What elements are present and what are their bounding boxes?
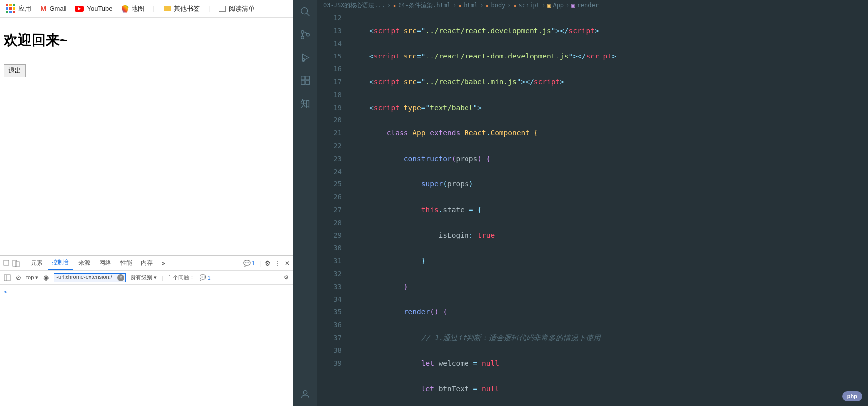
devtools-tabbar: 元素 控制台 来源 网络 性能 内存 » 💬 1 | ⚙ ⋮ ✕ — [0, 256, 293, 271]
run-debug-icon[interactable] — [299, 52, 311, 63]
maps-label: 地图 — [132, 4, 144, 13]
svg-rect-1 — [13, 260, 17, 266]
context-selector[interactable]: top ▾ — [26, 274, 38, 281]
other-label: 其他书签 — [174, 4, 200, 13]
bc-html: ⬥ html — [458, 2, 478, 9]
code-editor[interactable]: 1213141516171819202122232425262728293031… — [317, 11, 868, 406]
gmail-icon: M — [40, 4, 47, 13]
welcome-heading: 欢迎回来~ — [4, 31, 289, 50]
bc-app: ▣ App — [547, 2, 564, 9]
tab-sources[interactable]: 来源 — [74, 256, 94, 270]
bookmark-bar: 应用 M Gmail YouTube 地图 | 其他书签 | 阅读清单 — [0, 0, 293, 18]
messages-badge[interactable]: 💬 1 — [243, 260, 255, 267]
bc-file: ⬥ 04-条件渲染.html — [393, 1, 451, 10]
console-toolbar: ⊘ top ▾ ◉ -url:chrome-extension:/ × 所有级别… — [0, 271, 293, 285]
svg-point-7 — [301, 31, 304, 34]
tab-memory[interactable]: 内存 — [137, 256, 157, 270]
gmail-label: Gmail — [50, 5, 67, 12]
list-icon — [219, 6, 226, 12]
code-lines[interactable]: <script src="../react/react.development.… — [352, 11, 868, 406]
clear-icon[interactable]: ⊘ — [16, 274, 21, 281]
apps-label: 应用 — [18, 4, 31, 13]
svg-marker-10 — [303, 54, 309, 61]
breadcrumb[interactable]: 03-JSX的核心语法... › ⬥ 04-条件渲染.html › ⬥ html… — [317, 0, 868, 11]
youtube-bookmark[interactable]: YouTube — [75, 5, 112, 12]
php-badge: php — [842, 391, 862, 401]
svg-rect-12 — [301, 76, 305, 80]
issues-label: 1 个问题： — [168, 274, 195, 281]
maps-bookmark[interactable]: 地图 — [122, 4, 144, 13]
tab-performance[interactable]: 性能 — [116, 256, 136, 270]
readlist-label: 阅读清单 — [229, 4, 255, 13]
svg-point-8 — [301, 36, 304, 39]
account-icon[interactable] — [299, 388, 311, 400]
bc-body: ⬥ body — [485, 2, 505, 9]
devtools-panel: 元素 控制台 来源 网络 性能 内存 » 💬 1 | ⚙ ⋮ ✕ ⊘ top ▾… — [0, 255, 293, 287]
apps-grid-icon — [6, 4, 15, 13]
tab-more[interactable]: » — [158, 256, 169, 270]
reading-list[interactable]: 阅读清单 — [219, 4, 255, 13]
youtube-label: YouTube — [87, 5, 112, 12]
svg-rect-15 — [306, 81, 309, 84]
tab-network[interactable]: 网络 — [95, 256, 115, 270]
extensions-icon[interactable] — [299, 74, 311, 86]
device-icon[interactable] — [12, 259, 20, 267]
line-gutter: 1213141516171819202122232425262728293031… — [317, 11, 352, 406]
browser-pane: 应用 M Gmail YouTube 地图 | 其他书签 | 阅读清单 欢迎回来… — [0, 0, 293, 406]
apps-shortcut[interactable]: 应用 — [6, 4, 31, 13]
svg-rect-13 — [306, 76, 309, 80]
issues-count[interactable]: 💬 1 — [200, 274, 210, 281]
svg-rect-14 — [301, 81, 305, 84]
svg-rect-3 — [4, 275, 10, 281]
page-viewport: 欢迎回来~ 退出 — [0, 18, 293, 141]
bc-script: ⬥ script — [513, 2, 540, 9]
filter-input[interactable]: -url:chrome-extension:/ × — [54, 273, 126, 282]
editor-area: 03-JSX的核心语法... › ⬥ 04-条件渲染.html › ⬥ html… — [317, 0, 868, 406]
settings-icon[interactable]: ⚙ — [265, 259, 271, 267]
activity-bar: 知 — [293, 0, 317, 406]
svg-point-16 — [303, 391, 307, 394]
inspect-icon[interactable] — [3, 259, 11, 267]
tab-console[interactable]: 控制台 — [48, 256, 73, 270]
other-bookmarks[interactable]: 其他书签 — [164, 4, 200, 13]
console-prompt: > — [4, 289, 7, 295]
gmail-bookmark[interactable]: M Gmail — [40, 4, 66, 13]
logout-button[interactable]: 退出 — [4, 64, 26, 77]
tab-elements[interactable]: 元素 — [27, 256, 47, 270]
folder-icon — [164, 6, 171, 11]
dots-icon[interactable]: ⋮ — [275, 260, 281, 267]
maps-icon — [122, 5, 129, 13]
zhihu-icon[interactable]: 知 — [299, 97, 311, 109]
search-icon[interactable] — [299, 6, 311, 18]
close-icon[interactable]: ✕ — [285, 260, 290, 267]
live-expr-icon[interactable]: ◉ — [43, 274, 49, 281]
vscode-pane: 知 03-JSX的核心语法... › ⬥ 04-条件渲染.html › ⬥ ht… — [293, 0, 868, 406]
svg-point-9 — [307, 33, 310, 36]
svg-line-6 — [307, 13, 310, 16]
console-body[interactable]: > — [0, 287, 293, 406]
bc-render: ▣ render — [571, 2, 599, 9]
levels-selector[interactable]: 所有级别 ▾ — [131, 274, 157, 281]
source-control-icon[interactable] — [299, 29, 311, 41]
bc-folder: 03-JSX的核心语法... — [323, 1, 385, 10]
svg-point-5 — [301, 8, 308, 14]
sidebar-toggle-icon[interactable] — [4, 274, 11, 281]
filter-clear-icon[interactable]: × — [117, 274, 124, 281]
youtube-icon — [75, 6, 84, 12]
toolbar-settings-icon[interactable]: ⚙ — [284, 274, 289, 281]
